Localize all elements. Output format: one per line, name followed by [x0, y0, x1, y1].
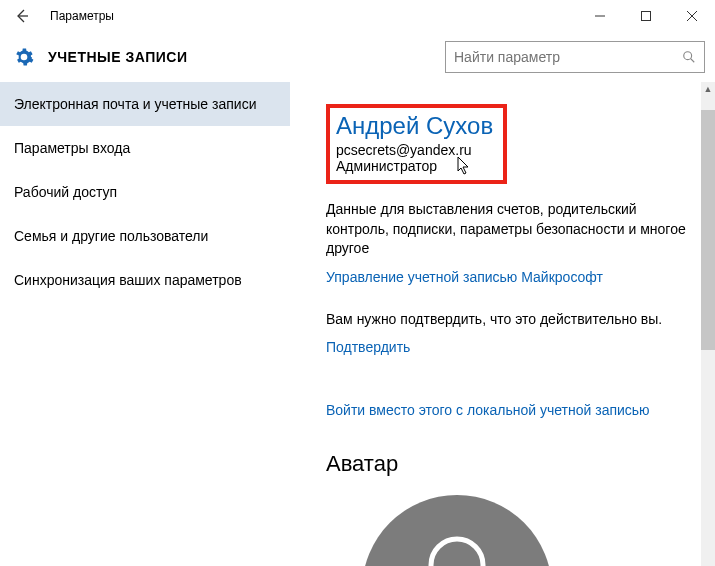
account-name: Андрей Сухов — [336, 112, 493, 140]
scroll-up-arrow-icon[interactable]: ▲ — [701, 82, 715, 96]
sidebar-item-signin-options[interactable]: Параметры входа — [0, 126, 290, 170]
avatar-container — [326, 495, 691, 566]
avatar-heading: Аватар — [326, 451, 691, 477]
svg-point-5 — [684, 52, 692, 60]
back-arrow-icon — [14, 8, 30, 24]
maximize-button[interactable] — [623, 0, 669, 32]
vertical-scrollbar[interactable]: ▲ — [701, 82, 715, 566]
account-highlight-box: Андрей Сухов pcsecrets@yandex.ru Админис… — [326, 104, 507, 184]
body: Электронная почта и учетные записи Парам… — [0, 82, 715, 566]
svg-rect-2 — [642, 12, 651, 21]
local-account-link[interactable]: Войти вместо этого с локальной учетной з… — [326, 402, 650, 418]
titlebar: Параметры — [0, 0, 715, 32]
billing-description: Данные для выставления счетов, родительс… — [326, 200, 691, 259]
maximize-icon — [641, 11, 651, 21]
sidebar-item-sync-settings[interactable]: Синхронизация ваших параметров — [0, 258, 290, 302]
close-button[interactable] — [669, 0, 715, 32]
minimize-button[interactable] — [577, 0, 623, 32]
search-box[interactable] — [445, 41, 705, 73]
avatar-icon — [402, 530, 512, 566]
content-panel: Андрей Сухов pcsecrets@yandex.ru Админис… — [290, 82, 715, 566]
sidebar-item-family-users[interactable]: Семья и другие пользователи — [0, 214, 290, 258]
close-icon — [687, 11, 697, 21]
minimize-icon — [595, 11, 605, 21]
gear-icon — [14, 47, 34, 67]
header: УЧЕТНЫЕ ЗАПИСИ — [0, 32, 715, 82]
sidebar: Электронная почта и учетные записи Парам… — [0, 82, 290, 566]
page-title: УЧЕТНЫЕ ЗАПИСИ — [48, 49, 187, 65]
search-input[interactable] — [454, 49, 682, 65]
sidebar-item-work-access[interactable]: Рабочий доступ — [0, 170, 290, 214]
window-controls — [577, 0, 715, 32]
manage-account-link[interactable]: Управление учетной записью Майкрософт — [326, 269, 603, 285]
search-icon — [682, 50, 696, 64]
verify-link[interactable]: Подтвердить — [326, 339, 410, 355]
avatar-placeholder[interactable] — [362, 495, 552, 566]
window-title: Параметры — [50, 9, 114, 23]
back-button[interactable] — [4, 0, 40, 32]
settings-home-button[interactable] — [10, 47, 38, 67]
sidebar-item-email-accounts[interactable]: Электронная почта и учетные записи — [0, 82, 290, 126]
cursor-pointer-icon — [457, 156, 471, 176]
svg-point-7 — [431, 539, 483, 566]
verify-description: Вам нужно подтвердить, что это действите… — [326, 310, 691, 330]
svg-line-6 — [691, 59, 695, 63]
scrollbar-thumb[interactable] — [701, 110, 715, 350]
